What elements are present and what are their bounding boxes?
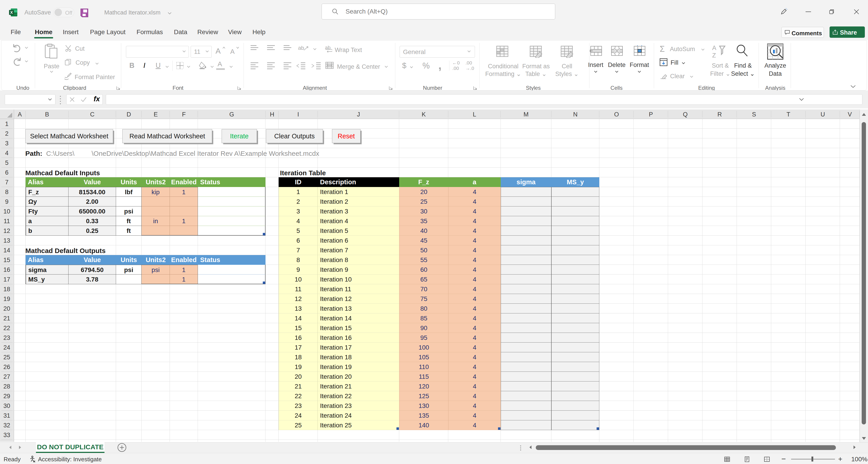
svg-text:Z: Z [712, 52, 716, 59]
svg-text:A: A [712, 44, 716, 51]
svg-text:X: X [10, 10, 13, 15]
